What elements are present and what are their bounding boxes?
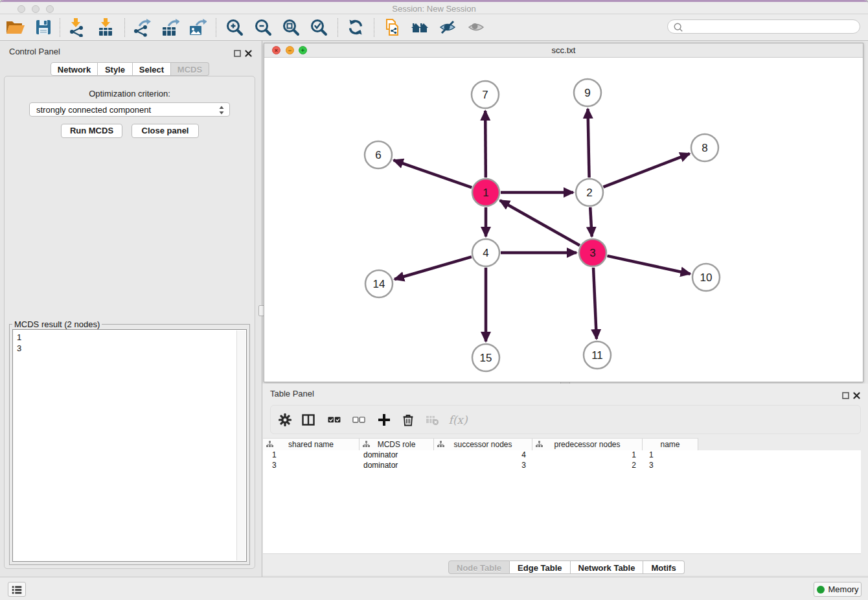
- search-field[interactable]: [667, 19, 860, 34]
- criterion-dropdown[interactable]: strongly connected component: [29, 102, 230, 117]
- save-floppy-icon: [34, 17, 53, 37]
- apply-layout-button[interactable]: [345, 17, 366, 38]
- add-column-button[interactable]: [376, 412, 392, 428]
- run-mcds-button[interactable]: Run MCDS: [61, 124, 122, 138]
- close-icon: [853, 392, 860, 399]
- graph-edge-3-11[interactable]: [593, 268, 597, 339]
- graph-edge-3-10[interactable]: [607, 256, 690, 274]
- table-panel-float-button[interactable]: [842, 390, 850, 398]
- select-all-icon: [327, 413, 341, 427]
- column-header-name[interactable]: name: [643, 439, 698, 450]
- shared-column-icon: [266, 441, 273, 448]
- mcds-result-groupbox: MCDS result (2 nodes) 1 3: [9, 324, 250, 565]
- table-panel: Table Panel: [262, 384, 868, 575]
- graph-edge-2-3[interactable]: [590, 207, 591, 237]
- zoom-out-button[interactable]: [253, 17, 273, 38]
- hide-selected-button[interactable]: [437, 17, 458, 38]
- column-header-predecessor-nodes[interactable]: predecessor nodes: [532, 439, 643, 450]
- column-header-successor-nodes[interactable]: successor nodes: [434, 439, 532, 450]
- tab-select[interactable]: Select: [133, 62, 171, 76]
- close-icon: [245, 50, 252, 57]
- graph-node-label: 7: [482, 89, 488, 101]
- show-columns-button[interactable]: [301, 412, 316, 428]
- zoom-in-button[interactable]: [224, 17, 245, 38]
- table-row[interactable]: 1 dominator 4 1 1: [263, 450, 861, 461]
- graph-edge-4-14[interactable]: [394, 257, 472, 279]
- graph-node-9[interactable]: 9: [574, 79, 601, 106]
- graph-edge-1-6[interactable]: [394, 160, 472, 187]
- eye-slash-icon: [438, 17, 457, 37]
- table-settings-button[interactable]: [277, 412, 293, 428]
- network-graph[interactable]: 1234678910111415: [264, 57, 863, 382]
- graph-node-15[interactable]: 15: [472, 344, 499, 371]
- select-all-rows-button[interactable]: [326, 412, 342, 428]
- graph-node-4[interactable]: 4: [472, 239, 499, 266]
- tab-edge-table[interactable]: Edge Table: [510, 560, 570, 574]
- shared-column-icon: [437, 441, 444, 448]
- tab-network[interactable]: Network: [51, 62, 98, 76]
- zoom-fit-icon: [281, 17, 301, 37]
- graph-node-3[interactable]: 3: [579, 239, 606, 266]
- column-header-mcds-role[interactable]: MCDS role: [360, 439, 434, 450]
- graph-node-label: 9: [584, 87, 590, 99]
- save-session-button[interactable]: [33, 17, 54, 38]
- graph-node-8[interactable]: 8: [691, 134, 718, 161]
- graph-node-label: 8: [702, 142, 707, 154]
- tab-mcds[interactable]: MCDS: [171, 62, 209, 76]
- new-network-from-selection-button[interactable]: [381, 17, 402, 38]
- tab-network-table[interactable]: Network Table: [571, 560, 644, 574]
- table-row[interactable]: 3 dominator 3 2 3: [263, 461, 861, 471]
- graph-node-6[interactable]: 6: [365, 141, 392, 168]
- toolbar-separator: [124, 18, 125, 37]
- network-window-title: scc.txt: [264, 45, 863, 55]
- column-label: predecessor nodes: [554, 440, 620, 449]
- graph-node-label: 3: [589, 247, 595, 259]
- memory-button[interactable]: Memory: [814, 582, 862, 597]
- mcds-result-textarea[interactable]: 1 3: [12, 329, 247, 562]
- export-network-button[interactable]: [131, 17, 152, 38]
- graph-node-11[interactable]: 11: [584, 341, 611, 369]
- mcds-result-lines: 1 3: [17, 332, 21, 354]
- control-panel-float-button[interactable]: [234, 48, 242, 56]
- delete-columns-button[interactable]: [400, 412, 416, 428]
- graph-node-10[interactable]: 10: [692, 264, 720, 291]
- two-houses-icon: [410, 17, 429, 37]
- show-all-button[interactable]: [466, 17, 486, 38]
- result-scrollbar-track[interactable]: [236, 330, 246, 560]
- eye-icon: [466, 17, 486, 37]
- export-table-icon: [160, 17, 179, 37]
- search-input[interactable]: [686, 21, 854, 34]
- shared-column-icon: [363, 441, 370, 448]
- column-header-shared-name[interactable]: shared name: [263, 439, 360, 450]
- open-session-button[interactable]: [5, 17, 25, 38]
- os-titlebar: Session: New Session: [0, 0, 868, 14]
- deselect-all-rows-button[interactable]: [351, 412, 367, 428]
- search-icon: [673, 22, 683, 32]
- table-panel-close-button[interactable]: [853, 390, 861, 398]
- cell-name: 1: [643, 450, 698, 461]
- main-toolbar: [0, 14, 868, 41]
- graph-edge-1-7[interactable]: [485, 111, 486, 178]
- export-table-button[interactable]: [159, 17, 180, 38]
- import-table-button[interactable]: [95, 17, 116, 38]
- table-panel-title: Table Panel: [270, 389, 314, 398]
- export-image-button[interactable]: [187, 17, 207, 38]
- graph-edge-2-9[interactable]: [588, 109, 589, 178]
- graph-edge-3-1[interactable]: [500, 200, 580, 245]
- import-network-button[interactable]: [66, 17, 87, 38]
- graph-node-2[interactable]: 2: [576, 179, 603, 206]
- tab-style[interactable]: Style: [98, 62, 133, 76]
- graph-node-1[interactable]: 1: [472, 179, 499, 206]
- status-menu-button[interactable]: [8, 582, 26, 597]
- zoom-fit-button[interactable]: [280, 17, 301, 38]
- tab-node-table[interactable]: Node Table: [448, 560, 510, 574]
- graph-edge-2-8[interactable]: [603, 154, 689, 187]
- close-panel-button[interactable]: Close panel: [131, 124, 199, 138]
- zoom-selected-button[interactable]: [308, 17, 329, 38]
- first-neighbors-button[interactable]: [409, 17, 430, 38]
- graph-node-14[interactable]: 14: [365, 270, 393, 297]
- graph-node-7[interactable]: 7: [472, 81, 499, 108]
- tab-motifs[interactable]: Motifs: [643, 560, 684, 574]
- cell-mcds-role: dominator: [360, 450, 434, 461]
- control-panel-close-button[interactable]: [245, 48, 253, 56]
